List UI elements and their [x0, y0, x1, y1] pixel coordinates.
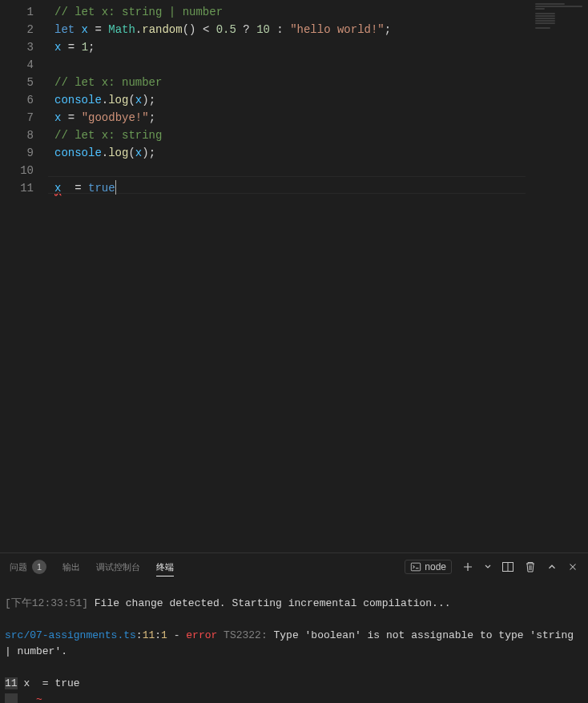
token: "hello world!" — [290, 23, 385, 36]
minimap-row — [535, 20, 555, 22]
line-number: 11 — [0, 179, 48, 197]
token: Math — [108, 23, 135, 36]
bottom-panel: 问题 1 输出 调试控制台 终端 node — [0, 552, 588, 703]
token: . — [102, 94, 108, 106]
code-line[interactable]: console.log(x); — [54, 144, 532, 162]
code-line[interactable]: // let x: number — [54, 74, 532, 91]
minimap-row — [535, 22, 555, 24]
minimap-row — [535, 13, 555, 14]
line-number: 5 — [0, 74, 48, 91]
panel-tabs: 问题 1 输出 调试控制台 终端 node — [0, 553, 588, 581]
code-content[interactable]: // let x: string | numberlet x = Math.ra… — [48, 0, 532, 552]
tab-label: 调试控制台 — [96, 561, 140, 573]
token: = — [88, 23, 108, 36]
maximize-panel-button[interactable] — [546, 561, 558, 572]
terminal-content[interactable]: [下午12:33:51] File change detected. Start… — [0, 581, 588, 703]
minimap-row — [535, 18, 555, 19]
token: () < — [183, 23, 216, 36]
line-number: 7 — [0, 109, 48, 127]
token: x — [135, 94, 142, 106]
tab-label: 终端 — [156, 561, 174, 573]
token: = — [61, 182, 88, 195]
tab-problems[interactable]: 问题 1 — [10, 556, 46, 577]
token: // let x: number — [54, 76, 162, 89]
code-line[interactable]: x = true — [54, 179, 532, 197]
tab-label: 输出 — [62, 561, 80, 573]
problems-badge: 1 — [32, 560, 46, 574]
terminal-selector-label: node — [425, 561, 446, 572]
panel-actions: node — [405, 560, 578, 574]
token: : — [270, 23, 290, 36]
token: ); — [142, 147, 155, 159]
token: console — [54, 94, 102, 106]
new-terminal-button[interactable] — [461, 560, 474, 573]
terminal-error-line: src/07-assignments.ts:11:1 - error TS232… — [5, 628, 583, 660]
token: 10 — [256, 23, 270, 36]
token: ( — [128, 147, 135, 159]
tab-terminal[interactable]: 终端 — [156, 558, 174, 576]
split-terminal-button[interactable] — [501, 560, 514, 573]
code-line[interactable] — [54, 56, 532, 74]
token: = — [61, 111, 81, 124]
line-number: 6 — [0, 91, 48, 109]
token: x — [135, 147, 142, 159]
terminal-squiggle-line: ~ — [5, 692, 583, 703]
minimap-row — [535, 3, 565, 5]
minimap[interactable] — [532, 0, 588, 552]
tab-output[interactable]: 输出 — [62, 558, 80, 576]
line-number: 10 — [0, 162, 48, 179]
code-line[interactable] — [54, 162, 532, 179]
token: ); — [142, 94, 155, 106]
token: log — [108, 147, 128, 159]
line-number: 3 — [0, 38, 48, 56]
code-line[interactable]: let x = Math.random() < 0.5 ? 10 : "hell… — [54, 21, 532, 38]
token: = — [61, 41, 81, 54]
line-number: 1 — [0, 3, 48, 21]
line-number: 4 — [0, 56, 48, 74]
token: 0.5 — [216, 23, 236, 36]
terminal-line — [5, 660, 583, 676]
token: ; — [149, 111, 155, 124]
split-dropdown-button[interactable] — [484, 563, 492, 571]
terminal-icon — [410, 561, 421, 572]
terminal-line — [5, 612, 583, 628]
code-line[interactable]: console.log(x); — [54, 91, 532, 109]
token: ; — [88, 41, 95, 54]
terminal-selector[interactable]: node — [405, 560, 452, 574]
token: let — [54, 23, 82, 36]
token: console — [54, 147, 102, 159]
terminal-line: [下午12:33:51] File change detected. Start… — [5, 596, 583, 612]
token: random — [142, 23, 182, 36]
minimap-row — [535, 8, 545, 10]
terminal-code-line: 11 x = true — [5, 676, 583, 692]
token: ; — [385, 23, 391, 36]
minimap-row — [535, 15, 555, 17]
line-number: 8 — [0, 127, 48, 144]
token: log — [108, 94, 128, 106]
kill-terminal-button[interactable] — [524, 560, 537, 573]
line-gutter: 1234567891011 — [0, 0, 48, 552]
code-line[interactable]: x = 1; — [54, 38, 532, 56]
token: true — [88, 182, 115, 195]
cursor — [115, 180, 116, 195]
token: ? — [236, 23, 256, 36]
minimap-row — [535, 27, 550, 29]
close-panel-button[interactable] — [567, 561, 578, 572]
tab-label: 问题 — [10, 561, 27, 573]
token: . — [135, 23, 142, 36]
token: . — [102, 147, 108, 159]
svg-rect-0 — [412, 563, 421, 571]
editor-area[interactable]: 1234567891011 // let x: string | numberl… — [0, 0, 588, 552]
tab-debug-console[interactable]: 调试控制台 — [96, 558, 140, 576]
token: "goodbye!" — [82, 111, 149, 124]
code-line[interactable]: x = "goodbye!"; — [54, 109, 532, 127]
code-line[interactable]: // let x: string — [54, 127, 532, 144]
token: ( — [128, 94, 135, 106]
token: // let x: string | number — [54, 6, 223, 18]
code-line[interactable]: // let x: string | number — [54, 3, 532, 21]
token: 1 — [82, 41, 88, 54]
token: x — [82, 23, 88, 36]
line-number: 9 — [0, 144, 48, 162]
minimap-row — [535, 6, 582, 7]
token: // let x: string — [54, 129, 162, 142]
